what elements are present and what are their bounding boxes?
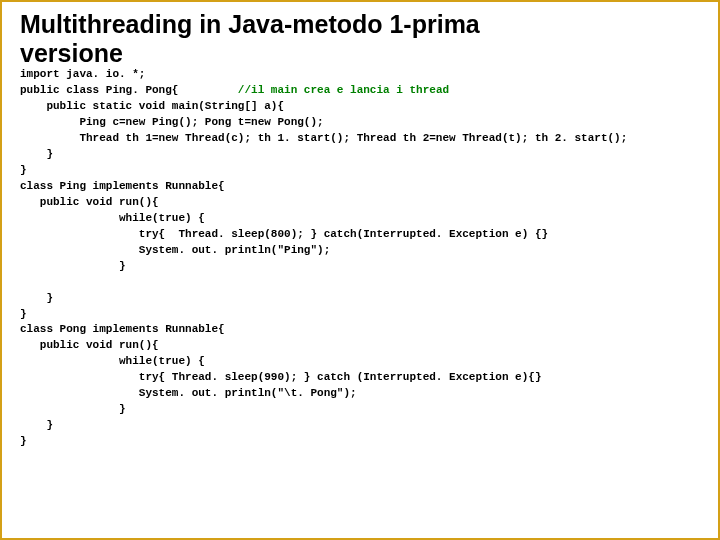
code-line: public class Ping. Pong{ bbox=[20, 84, 238, 96]
code-line: } bbox=[20, 292, 53, 304]
code-line: System. out. println("\t. Pong"); bbox=[20, 387, 357, 399]
code-line: while(true) { bbox=[20, 355, 205, 367]
code-line: } bbox=[20, 419, 53, 431]
code-line: while(true) { bbox=[20, 212, 205, 224]
code-line: } bbox=[20, 260, 126, 272]
code-line: public void run(){ bbox=[20, 196, 159, 208]
code-line: } bbox=[20, 403, 126, 415]
title-line-2: versione bbox=[20, 39, 123, 67]
code-line: public static void main(String[] a){ bbox=[20, 100, 284, 112]
title-line-1: Multithreading in Java-metodo 1-prima bbox=[20, 10, 480, 38]
slide-container: Multithreading in Java-metodo 1-prima ve… bbox=[2, 2, 718, 474]
code-line: } bbox=[20, 164, 27, 176]
code-line: Thread th 1=new Thread(c); th 1. start()… bbox=[20, 132, 627, 144]
code-line: try{ Thread. sleep(800); } catch(Interru… bbox=[20, 228, 548, 240]
code-line: Ping c=new Ping(); Pong t=new Pong(); bbox=[20, 116, 324, 128]
code-line: } bbox=[20, 308, 27, 320]
code-line: class Ping implements Runnable{ bbox=[20, 180, 225, 192]
code-line: } bbox=[20, 148, 53, 160]
code-line: public void run(){ bbox=[20, 339, 159, 351]
code-line: } bbox=[20, 435, 27, 447]
code-comment: //il main crea e lancia i thread bbox=[238, 84, 449, 96]
code-line: System. out. println("Ping"); bbox=[20, 244, 330, 256]
code-line: try{ Thread. sleep(990); } catch (Interr… bbox=[20, 371, 542, 383]
code-block: import java. io. *; public class Ping. P… bbox=[20, 52, 700, 466]
code-line: import java. io. *; bbox=[20, 68, 145, 80]
code-line: class Pong implements Runnable{ bbox=[20, 323, 225, 335]
